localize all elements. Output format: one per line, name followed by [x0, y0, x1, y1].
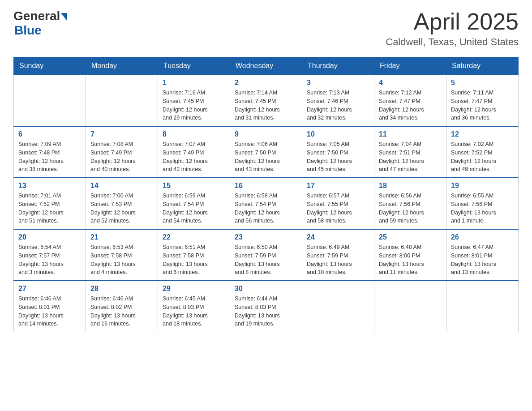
calendar-cell: 29Sunrise: 6:45 AMSunset: 8:03 PMDayligh… — [158, 281, 230, 332]
day-info: Sunrise: 7:06 AMSunset: 7:50 PMDaylight:… — [235, 140, 297, 174]
day-number: 14 — [90, 182, 153, 190]
calendar-cell: 21Sunrise: 6:53 AMSunset: 7:58 PMDayligh… — [86, 229, 158, 281]
day-info: Sunrise: 6:56 AMSunset: 7:56 PMDaylight:… — [379, 192, 442, 225]
calendar-cell: 20Sunrise: 6:54 AMSunset: 7:57 PMDayligh… — [14, 229, 86, 281]
day-info: Sunrise: 7:05 AMSunset: 7:50 PMDaylight:… — [307, 140, 369, 174]
calendar-cell — [302, 281, 374, 332]
day-info: Sunrise: 6:57 AMSunset: 7:55 PMDaylight:… — [307, 192, 369, 225]
calendar-cell: 6Sunrise: 7:09 AMSunset: 7:48 PMDaylight… — [14, 126, 86, 178]
day-info: Sunrise: 6:45 AMSunset: 8:03 PMDaylight:… — [163, 295, 225, 328]
calendar-table: SundayMondayTuesdayWednesdayThursdayFrid… — [13, 57, 519, 332]
day-info: Sunrise: 6:58 AMSunset: 7:54 PMDaylight:… — [235, 192, 297, 225]
calendar-cell — [86, 75, 158, 126]
calendar-header-row: SundayMondayTuesdayWednesdayThursdayFrid… — [14, 57, 519, 75]
page-subtitle: Caldwell, Texas, United States — [386, 36, 519, 48]
page-header: General Blue April 2025 Caldwell, Texas,… — [13, 9, 519, 48]
calendar-cell: 3Sunrise: 7:13 AMSunset: 7:46 PMDaylight… — [302, 75, 374, 126]
day-info: Sunrise: 7:04 AMSunset: 7:51 PMDaylight:… — [379, 140, 442, 174]
day-number: 30 — [235, 285, 297, 293]
calendar-cell: 13Sunrise: 7:01 AMSunset: 7:52 PMDayligh… — [14, 178, 86, 229]
calendar-cell: 9Sunrise: 7:06 AMSunset: 7:50 PMDaylight… — [230, 126, 302, 178]
calendar-cell — [14, 75, 86, 126]
day-number: 28 — [90, 285, 153, 293]
calendar-cell: 24Sunrise: 6:49 AMSunset: 7:59 PMDayligh… — [302, 229, 374, 281]
calendar-week-row-5: 27Sunrise: 6:46 AMSunset: 8:01 PMDayligh… — [14, 281, 519, 332]
calendar-header-sunday: Sunday — [14, 57, 86, 75]
calendar-cell: 8Sunrise: 7:07 AMSunset: 7:49 PMDaylight… — [158, 126, 230, 178]
day-number: 13 — [18, 182, 81, 190]
day-info: Sunrise: 7:00 AMSunset: 7:53 PMDaylight:… — [90, 192, 153, 225]
calendar-cell: 11Sunrise: 7:04 AMSunset: 7:51 PMDayligh… — [374, 126, 446, 178]
calendar-cell — [374, 281, 446, 332]
day-info: Sunrise: 6:51 AMSunset: 7:58 PMDaylight:… — [163, 243, 225, 277]
calendar-cell: 30Sunrise: 6:44 AMSunset: 8:03 PMDayligh… — [230, 281, 302, 332]
day-info: Sunrise: 7:12 AMSunset: 7:47 PMDaylight:… — [379, 89, 442, 122]
calendar-cell: 25Sunrise: 6:48 AMSunset: 8:00 PMDayligh… — [374, 229, 446, 281]
calendar-cell: 26Sunrise: 6:47 AMSunset: 8:01 PMDayligh… — [446, 229, 519, 281]
day-number: 2 — [235, 79, 297, 87]
day-number: 29 — [163, 285, 225, 293]
day-number: 4 — [379, 79, 442, 87]
day-info: Sunrise: 7:02 AMSunset: 7:52 PMDaylight:… — [451, 140, 514, 174]
day-number: 8 — [163, 130, 225, 138]
logo-triangle-icon — [61, 13, 67, 21]
day-info: Sunrise: 6:44 AMSunset: 8:03 PMDaylight:… — [235, 295, 297, 328]
day-number: 6 — [18, 130, 81, 138]
calendar-cell: 10Sunrise: 7:05 AMSunset: 7:50 PMDayligh… — [302, 126, 374, 178]
day-number: 19 — [451, 182, 514, 190]
calendar-header-friday: Friday — [374, 57, 446, 75]
day-number: 10 — [307, 130, 369, 138]
calendar-cell: 15Sunrise: 6:59 AMSunset: 7:54 PMDayligh… — [158, 178, 230, 229]
day-info: Sunrise: 7:01 AMSunset: 7:52 PMDaylight:… — [18, 192, 81, 225]
calendar-cell: 5Sunrise: 7:11 AMSunset: 7:47 PMDaylight… — [446, 75, 519, 126]
day-number: 15 — [163, 182, 225, 190]
day-info: Sunrise: 7:14 AMSunset: 7:45 PMDaylight:… — [235, 89, 297, 122]
day-number: 17 — [307, 182, 369, 190]
calendar-cell: 14Sunrise: 7:00 AMSunset: 7:53 PMDayligh… — [86, 178, 158, 229]
title-block: April 2025 Caldwell, Texas, United State… — [386, 9, 519, 48]
calendar-week-row-1: 1Sunrise: 7:16 AMSunset: 7:45 PMDaylight… — [14, 75, 519, 126]
day-info: Sunrise: 6:46 AMSunset: 8:01 PMDaylight:… — [18, 295, 81, 328]
day-number: 25 — [379, 233, 442, 241]
calendar-cell: 22Sunrise: 6:51 AMSunset: 7:58 PMDayligh… — [158, 229, 230, 281]
day-number: 12 — [451, 130, 514, 138]
day-info: Sunrise: 6:47 AMSunset: 8:01 PMDaylight:… — [451, 243, 514, 277]
calendar-cell: 12Sunrise: 7:02 AMSunset: 7:52 PMDayligh… — [446, 126, 519, 178]
calendar-cell: 4Sunrise: 7:12 AMSunset: 7:47 PMDaylight… — [374, 75, 446, 126]
day-number: 24 — [307, 233, 369, 241]
calendar-header-saturday: Saturday — [446, 57, 519, 75]
day-number: 11 — [379, 130, 442, 138]
day-info: Sunrise: 7:13 AMSunset: 7:46 PMDaylight:… — [307, 89, 369, 122]
calendar-cell: 27Sunrise: 6:46 AMSunset: 8:01 PMDayligh… — [14, 281, 86, 332]
calendar-week-row-2: 6Sunrise: 7:09 AMSunset: 7:48 PMDaylight… — [14, 126, 519, 178]
day-number: 18 — [379, 182, 442, 190]
calendar-cell: 23Sunrise: 6:50 AMSunset: 7:59 PMDayligh… — [230, 229, 302, 281]
day-info: Sunrise: 6:46 AMSunset: 8:02 PMDaylight:… — [90, 295, 153, 328]
logo-blue-text: Blue — [14, 23, 42, 38]
day-info: Sunrise: 7:16 AMSunset: 7:45 PMDaylight:… — [163, 89, 225, 122]
page-title: April 2025 — [386, 9, 519, 34]
logo: General Blue — [13, 9, 67, 38]
day-number: 26 — [451, 233, 514, 241]
calendar-header-thursday: Thursday — [302, 57, 374, 75]
calendar-cell: 19Sunrise: 6:55 AMSunset: 7:56 PMDayligh… — [446, 178, 519, 229]
day-number: 7 — [90, 130, 153, 138]
calendar-header-monday: Monday — [86, 57, 158, 75]
day-number: 22 — [163, 233, 225, 241]
day-number: 20 — [18, 233, 81, 241]
day-info: Sunrise: 7:08 AMSunset: 7:49 PMDaylight:… — [90, 140, 153, 174]
day-info: Sunrise: 6:59 AMSunset: 7:54 PMDaylight:… — [163, 192, 225, 225]
day-number: 5 — [451, 79, 514, 87]
day-number: 1 — [163, 79, 225, 87]
calendar-header-wednesday: Wednesday — [230, 57, 302, 75]
day-info: Sunrise: 6:54 AMSunset: 7:57 PMDaylight:… — [18, 243, 81, 277]
day-number: 9 — [235, 130, 297, 138]
day-number: 21 — [90, 233, 153, 241]
day-info: Sunrise: 6:49 AMSunset: 7:59 PMDaylight:… — [307, 243, 369, 277]
calendar-cell: 18Sunrise: 6:56 AMSunset: 7:56 PMDayligh… — [374, 178, 446, 229]
day-number: 27 — [18, 285, 81, 293]
calendar-cell: 17Sunrise: 6:57 AMSunset: 7:55 PMDayligh… — [302, 178, 374, 229]
calendar-cell: 7Sunrise: 7:08 AMSunset: 7:49 PMDaylight… — [86, 126, 158, 178]
calendar-cell: 28Sunrise: 6:46 AMSunset: 8:02 PMDayligh… — [86, 281, 158, 332]
logo-general-text: General — [13, 9, 60, 23]
